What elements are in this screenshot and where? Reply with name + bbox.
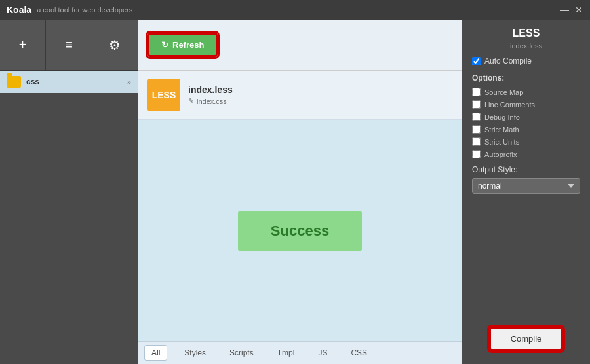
center-content: ↻ Refresh LESS index.less ✎ index.css Su… bbox=[138, 20, 462, 364]
compile-button[interactable]: Compile bbox=[489, 327, 564, 351]
bottom-tabs: AllStylesScriptsTmplJSCSS bbox=[138, 341, 462, 364]
tab-css[interactable]: CSS bbox=[344, 346, 374, 360]
expand-icon[interactable]: » bbox=[127, 78, 131, 86]
option-checkbox-1[interactable] bbox=[472, 100, 481, 109]
auto-compile-label[interactable]: Auto Compile bbox=[484, 56, 532, 65]
option-label-1[interactable]: Line Comments bbox=[484, 101, 535, 109]
autocompile-row: Auto Compile bbox=[472, 56, 580, 65]
file-name: index.less bbox=[188, 84, 452, 95]
tab-styles[interactable]: Styles bbox=[178, 346, 212, 360]
option-label-4[interactable]: Strict Units bbox=[484, 138, 519, 146]
edit-icon: ✎ bbox=[188, 97, 194, 105]
project-item[interactable]: css » bbox=[0, 71, 138, 93]
right-panel-title: LESS bbox=[462, 20, 590, 42]
output-style-label: Output Style: bbox=[472, 165, 580, 174]
options-container: Source MapLine CommentsDebug InfoStrict … bbox=[472, 88, 580, 158]
auto-compile-checkbox[interactable] bbox=[472, 57, 481, 65]
file-item[interactable]: LESS index.less ✎ index.css bbox=[138, 71, 462, 120]
option-checkbox-3[interactable] bbox=[472, 125, 481, 134]
refresh-button[interactable]: ↻ Refresh bbox=[148, 33, 218, 57]
settings-button[interactable]: ⚙ bbox=[92, 20, 138, 70]
right-panel-body: Auto Compile Options: Source MapLine Com… bbox=[462, 56, 590, 317]
settings-icon: ⚙ bbox=[109, 37, 121, 53]
option-label-0[interactable]: Source Map bbox=[484, 88, 523, 96]
project-name: css bbox=[26, 77, 127, 86]
folder-icon bbox=[7, 76, 21, 88]
left-toolbar: + ≡ ⚙ css » bbox=[0, 20, 138, 364]
right-panel-subtitle: index.less bbox=[462, 42, 590, 50]
toolbar-buttons: + ≡ ⚙ bbox=[0, 20, 138, 71]
option-row-2: Debug Info bbox=[472, 113, 580, 121]
app-name: Koala bbox=[7, 5, 31, 15]
titlebar-left: Koala a cool tool for web developers bbox=[7, 5, 132, 15]
option-row-1: Line Comments bbox=[472, 100, 580, 109]
files-icon: ≡ bbox=[65, 37, 73, 52]
file-info: index.less ✎ index.css bbox=[188, 84, 452, 105]
titlebar: Koala a cool tool for web developers — ✕ bbox=[0, 0, 590, 20]
close-button[interactable]: ✕ bbox=[574, 5, 583, 14]
output-filename: index.css bbox=[197, 98, 227, 105]
files-button[interactable]: ≡ bbox=[46, 20, 92, 70]
option-label-3[interactable]: Strict Math bbox=[484, 126, 519, 134]
option-checkbox-0[interactable] bbox=[472, 88, 481, 96]
option-label-2[interactable]: Debug Info bbox=[484, 113, 520, 121]
refresh-label: Refresh bbox=[172, 40, 204, 50]
file-output: ✎ index.css bbox=[188, 97, 452, 105]
right-panel: LESS index.less Auto Compile Options: So… bbox=[462, 20, 590, 364]
option-label-5[interactable]: Autoprefix bbox=[484, 151, 517, 158]
tab-js[interactable]: JS bbox=[311, 346, 334, 360]
option-row-0: Source Map bbox=[472, 88, 580, 96]
add-icon: + bbox=[19, 37, 27, 52]
tab-scripts[interactable]: Scripts bbox=[223, 346, 260, 360]
option-row-5: Autoprefix bbox=[472, 150, 580, 158]
option-checkbox-4[interactable] bbox=[472, 137, 481, 146]
less-badge: LESS bbox=[148, 79, 180, 111]
option-checkbox-5[interactable] bbox=[472, 150, 481, 158]
file-list: LESS index.less ✎ index.css bbox=[138, 71, 462, 120]
option-row-4: Strict Units bbox=[472, 137, 580, 146]
output-style-select[interactable]: normalcompressedcompactexpanded bbox=[472, 178, 580, 194]
titlebar-controls: — ✕ bbox=[560, 5, 583, 14]
add-button[interactable]: + bbox=[0, 20, 46, 70]
tab-tmpl[interactable]: Tmpl bbox=[271, 346, 302, 360]
success-badge: Success bbox=[238, 211, 362, 251]
main-container: + ≡ ⚙ css » ↻ Refresh LESS bbox=[0, 20, 590, 364]
center-topbar: ↻ Refresh bbox=[138, 20, 462, 71]
refresh-icon: ↻ bbox=[161, 40, 168, 50]
minimize-button[interactable]: — bbox=[560, 5, 569, 14]
option-row-3: Strict Math bbox=[472, 125, 580, 134]
compile-area: Compile bbox=[462, 317, 590, 364]
app-tagline: a cool tool for web developers bbox=[37, 6, 132, 14]
center-main: Success bbox=[138, 120, 462, 341]
option-checkbox-2[interactable] bbox=[472, 113, 481, 121]
options-label: Options: bbox=[472, 73, 580, 82]
tab-all[interactable]: All bbox=[144, 345, 167, 361]
